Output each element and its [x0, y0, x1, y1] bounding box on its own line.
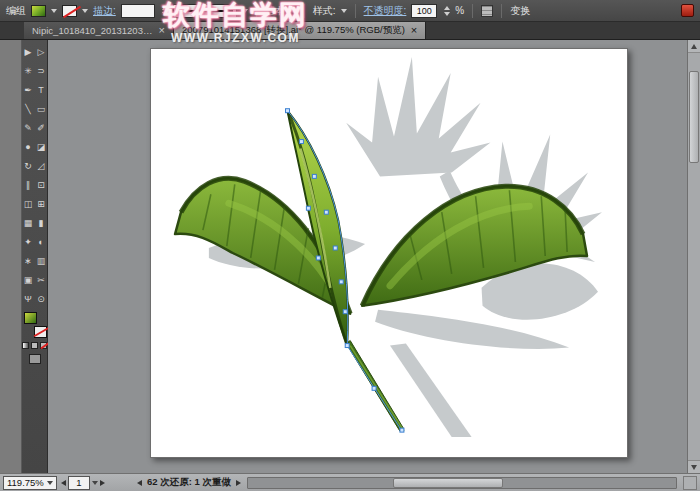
- fill-stroke-widget: [23, 312, 47, 338]
- arrow-down-icon: [691, 465, 697, 470]
- history-text: 62 次还原: 1 次重做: [147, 476, 231, 489]
- profile-dropdown-icon[interactable]: [242, 9, 248, 13]
- pen-tool[interactable]: ✒: [22, 80, 35, 99]
- horizontal-scroll-thumb[interactable]: [393, 478, 503, 488]
- separator: [304, 4, 305, 18]
- tab-title: 200791014151368 [转换].ai* @ 119.75% (RGB/…: [182, 24, 405, 37]
- resize-grip[interactable]: [683, 476, 697, 490]
- horizontal-scrollbar[interactable]: [247, 477, 677, 489]
- free-transform-tool[interactable]: ⊡: [35, 175, 48, 194]
- stroke-weight-input[interactable]: [121, 4, 155, 18]
- uniform-profile-icon: [177, 10, 233, 12]
- stroke-dropdown-icon[interactable]: [82, 9, 88, 13]
- tab-document-1[interactable]: Nipic_1018410_2013120314... ×: [24, 22, 174, 39]
- column-graph-tool[interactable]: ▥: [35, 251, 48, 270]
- style-label: 样式:: [313, 4, 336, 18]
- blob-brush-tool[interactable]: ●: [22, 137, 35, 156]
- eyedropper-tool[interactable]: ✦: [22, 232, 35, 251]
- scroll-down-button[interactable]: [688, 460, 700, 473]
- opacity-input[interactable]: 100: [411, 4, 437, 18]
- shape-builder-tool[interactable]: ◫: [22, 194, 35, 213]
- brush-dropdown-icon[interactable]: [290, 9, 296, 13]
- transform-panel-link[interactable]: 变换: [510, 4, 530, 18]
- direct-selection-tool[interactable]: ▷: [35, 42, 48, 61]
- zoom-level-select[interactable]: 119.75%: [3, 476, 57, 490]
- line-segment-tool[interactable]: ╲: [22, 99, 35, 118]
- close-icon[interactable]: ×: [159, 25, 165, 36]
- fill-color-swatch[interactable]: [31, 5, 46, 17]
- stepper-down-icon[interactable]: [162, 12, 168, 16]
- stroke-weight-stepper[interactable]: [162, 6, 168, 16]
- stroke-color-swatch[interactable]: [62, 5, 77, 17]
- gradient-mode-button[interactable]: [31, 342, 38, 349]
- width-profile-select[interactable]: [173, 4, 237, 18]
- scroll-up-button[interactable]: [688, 40, 700, 53]
- redo-icon[interactable]: [236, 480, 241, 486]
- magic-wand-tool[interactable]: ✳: [22, 61, 35, 80]
- perspective-grid-tool[interactable]: ⊞: [35, 194, 48, 213]
- zoom-value: 119.75%: [7, 477, 44, 488]
- left-gutter: [0, 40, 22, 473]
- tab-document-2-active[interactable]: 200791014151368 [转换].ai* @ 119.75% (RGB/…: [174, 22, 426, 39]
- arrow-up-icon: [691, 44, 697, 49]
- slice-tool[interactable]: ✂: [35, 270, 48, 289]
- paintbrush-tool[interactable]: ✎: [22, 118, 35, 137]
- zoom-tool[interactable]: ⊙: [35, 289, 48, 308]
- blend-tool[interactable]: ◐: [35, 232, 48, 251]
- color-mode-button[interactable]: [22, 342, 29, 349]
- rotate-tool[interactable]: ↻: [22, 156, 35, 175]
- stroke-proxy-swatch[interactable]: [34, 326, 47, 338]
- stepper-up-icon[interactable]: [444, 6, 450, 10]
- artboard-navigation: 1: [61, 476, 105, 490]
- fill-proxy-swatch[interactable]: [24, 312, 37, 324]
- canvas-area[interactable]: [48, 40, 687, 473]
- illustrator-window: 编组 描边: 基本 样式: 不透明度: 100 % 变换: [0, 0, 700, 491]
- screen-mode-button[interactable]: [29, 354, 41, 364]
- separator: [472, 4, 473, 18]
- gradient-tool[interactable]: ▮: [35, 213, 48, 232]
- type-tool[interactable]: T: [35, 80, 48, 99]
- stroke-panel-link[interactable]: 描边:: [93, 4, 116, 18]
- symbol-sprayer-tool[interactable]: ∗: [22, 251, 35, 270]
- mesh-tool[interactable]: ▦: [22, 213, 35, 232]
- selection-type-label: 编组: [6, 4, 26, 18]
- pencil-tool[interactable]: ✐: [35, 118, 48, 137]
- none-mode-button[interactable]: [40, 342, 47, 349]
- hand-tool[interactable]: Ψ: [22, 289, 35, 308]
- artboard-dropdown-icon[interactable]: [92, 481, 98, 485]
- style-dropdown-icon[interactable]: [341, 9, 347, 13]
- vertical-scrollbar[interactable]: [687, 40, 700, 473]
- undo-icon[interactable]: [137, 480, 142, 486]
- fill-dropdown-icon[interactable]: [51, 9, 57, 13]
- status-bar: 119.75% 1 62 次还原: 1 次重做: [0, 473, 700, 491]
- separator: [501, 4, 502, 18]
- close-icon[interactable]: ×: [411, 25, 417, 36]
- prev-artboard-icon[interactable]: [61, 480, 66, 486]
- document-setup-icon[interactable]: [481, 5, 493, 17]
- selection-tool[interactable]: ▶: [22, 42, 35, 61]
- width-tool[interactable]: ∥: [22, 175, 35, 194]
- next-artboard-icon[interactable]: [100, 480, 105, 486]
- separator: [256, 4, 257, 18]
- vertical-scroll-thumb[interactable]: [689, 71, 699, 163]
- artboard-number-select[interactable]: 1: [68, 476, 90, 490]
- separator: [355, 4, 356, 18]
- tab-title: Nipic_1018410_2013120314...: [32, 25, 153, 36]
- artboard[interactable]: [150, 48, 628, 458]
- tool-grid: ▶ ▷ ✳ ⊃ ✒ T ╲ ▭ ✎ ✐ ● ◪ ↻ ◿ ∥ ⊡ ◫ ⊞ ▦ ▮: [22, 42, 48, 308]
- vertical-scroll-track[interactable]: [688, 53, 700, 460]
- stepper-down-icon[interactable]: [444, 12, 450, 16]
- brush-definition-select[interactable]: 基本: [265, 4, 285, 18]
- opacity-stepper[interactable]: [444, 6, 450, 16]
- control-bar: 编组 描边: 基本 样式: 不透明度: 100 % 变换: [0, 0, 700, 22]
- document-tab-bar: Nipic_1018410_2013120314... × 2007910141…: [0, 22, 700, 40]
- cs-live-icon[interactable]: [681, 4, 694, 17]
- stepper-up-icon[interactable]: [162, 6, 168, 10]
- scale-tool[interactable]: ◿: [35, 156, 48, 175]
- eraser-tool[interactable]: ◪: [35, 137, 48, 156]
- history-status: 62 次还原: 1 次重做: [137, 476, 241, 489]
- rectangle-tool[interactable]: ▭: [35, 99, 48, 118]
- opacity-panel-link[interactable]: 不透明度:: [364, 4, 407, 18]
- artboard-tool[interactable]: ▣: [22, 270, 35, 289]
- lasso-tool[interactable]: ⊃: [35, 61, 48, 80]
